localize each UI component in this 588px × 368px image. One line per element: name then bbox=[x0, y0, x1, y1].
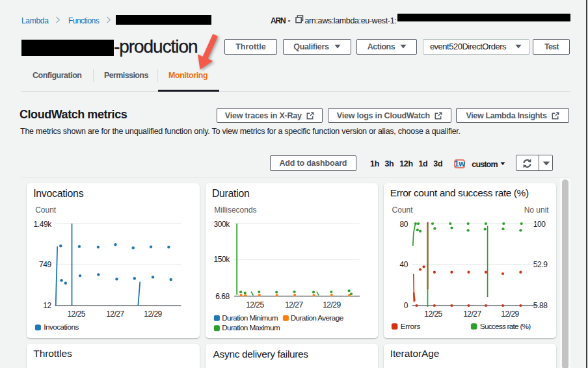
svg-text:Duration: Duration bbox=[211, 188, 249, 199]
svg-text:12/27: 12/27 bbox=[463, 309, 481, 319]
svg-text:Invocations: Invocations bbox=[44, 322, 79, 331]
svg-text:52.9: 52.9 bbox=[533, 260, 547, 269]
svg-text:0: 0 bbox=[404, 301, 408, 310]
svg-text:Count: Count bbox=[35, 205, 57, 215]
svg-text:12/29: 12/29 bbox=[323, 300, 341, 309]
svg-text:Success rate (%): Success rate (%) bbox=[479, 322, 531, 330]
svg-text:12/27: 12/27 bbox=[285, 300, 303, 309]
svg-text:300k: 300k bbox=[213, 220, 230, 229]
svg-text:Invocations: Invocations bbox=[33, 188, 83, 199]
svg-text:12/25: 12/25 bbox=[68, 309, 86, 319]
svg-text:Milliseconds: Milliseconds bbox=[214, 205, 256, 215]
svg-text:80: 80 bbox=[399, 220, 408, 229]
svg-text:12/29: 12/29 bbox=[144, 309, 163, 319]
svg-text:12/25: 12/25 bbox=[424, 309, 442, 319]
svg-text:6.68: 6.68 bbox=[215, 292, 230, 301]
svg-text:Duration Maximum: Duration Maximum bbox=[222, 323, 280, 332]
svg-text:40: 40 bbox=[399, 260, 408, 269]
svg-text:12/25: 12/25 bbox=[246, 300, 264, 309]
svg-text:Duration Minimum: Duration Minimum bbox=[222, 313, 278, 322]
svg-text:150k: 150k bbox=[213, 255, 230, 264]
svg-text:No unit: No unit bbox=[524, 205, 549, 215]
svg-text:100: 100 bbox=[533, 220, 546, 229]
svg-text:Errors: Errors bbox=[400, 322, 420, 330]
svg-text:Error count and success rate (: Error count and success rate (%) bbox=[390, 187, 528, 198]
svg-text:12: 12 bbox=[44, 301, 52, 310]
svg-text:Count: Count bbox=[392, 205, 413, 215]
svg-text:749: 749 bbox=[39, 260, 52, 269]
svg-text:12/27: 12/27 bbox=[106, 309, 124, 319]
svg-text:1.49k: 1.49k bbox=[34, 220, 53, 229]
svg-text:12/29: 12/29 bbox=[501, 309, 519, 319]
svg-text:Duration Average: Duration Average bbox=[290, 313, 343, 322]
